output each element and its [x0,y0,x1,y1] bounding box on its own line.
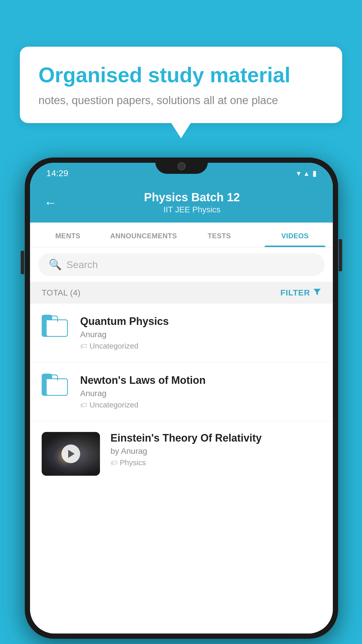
tag-label: Uncategorized [89,342,138,351]
video-title: Newton's Laws of Motion [80,374,321,386]
folder-front [46,319,68,337]
tab-videos[interactable]: VIDEOS [257,223,333,247]
video-tag: 🏷 Uncategorized [80,400,321,410]
tag-label: Physics [120,458,146,467]
total-count: TOTAL (4) [42,288,80,298]
folder-front [46,378,68,396]
tabs-bar: MENTS ANNOUNCEMENTS TESTS VIDEOS [30,223,333,247]
video-author: Anurag [80,330,321,339]
side-button-left [21,251,24,274]
bubble-subtitle: notes, question papers, solutions all at… [38,94,324,107]
back-button[interactable]: ← [44,195,57,210]
batch-title: Physics Batch 12 [65,191,319,204]
video-thumbnail [42,432,100,476]
svg-marker-0 [314,289,321,295]
tag-icon: 🏷 [80,342,87,350]
item-text: Newton's Laws of Motion Anurag 🏷 Uncateg… [80,374,321,410]
filter-label: FILTER [280,288,310,298]
header-row: ← Physics Batch 12 IIT JEE Physics [44,191,319,214]
video-author: Anurag [80,389,321,398]
play-button[interactable] [61,444,80,463]
battery-icon: ▮ [312,169,317,178]
search-container: 🔍 Search [30,247,333,282]
status-icons: ▾ ▴ ▮ [297,169,317,178]
filter-button[interactable]: FILTER [280,288,321,298]
signal-icon: ▴ [305,169,308,178]
video-title: Quantum Physics [80,315,321,328]
header-title-block: Physics Batch 12 IIT JEE Physics [65,191,319,214]
list-item[interactable]: Newton's Laws of Motion Anurag 🏷 Uncateg… [30,363,333,421]
batch-subtitle: IIT JEE Physics [65,205,319,214]
filter-bar: TOTAL (4) FILTER [30,282,333,304]
tag-icon: 🏷 [80,401,87,409]
list-item[interactable]: Einstein's Theory Of Relativity by Anura… [30,421,333,486]
wifi-icon: ▾ [297,169,301,178]
phone-screen: 14:29 ▾ ▴ ▮ ← Physics Batch 12 IIT JEE P… [30,163,333,634]
list-item[interactable]: Quantum Physics Anurag 🏷 Uncategorized [30,304,333,363]
status-time: 14:29 [46,168,68,178]
filter-funnel-icon [313,288,321,296]
search-input[interactable]: Search [66,259,98,270]
folder-icon-wrap [42,375,70,396]
content-list: Quantum Physics Anurag 🏷 Uncategorized [30,304,333,634]
speech-bubble: Organised study material notes, question… [20,47,342,123]
video-title: Einstein's Theory Of Relativity [110,432,321,444]
phone-outer: 14:29 ▾ ▴ ▮ ← Physics Batch 12 IIT JEE P… [25,158,338,639]
play-triangle-icon [68,450,75,458]
item-text: Einstein's Theory Of Relativity by Anura… [110,432,321,467]
phone-wrapper: 14:29 ▾ ▴ ▮ ← Physics Batch 12 IIT JEE P… [25,158,338,639]
tag-icon: 🏷 [110,459,117,467]
app-header: ← Physics Batch 12 IIT JEE Physics [30,184,333,223]
search-icon: 🔍 [49,258,62,271]
side-button-right [339,239,342,271]
tag-label: Uncategorized [89,400,138,410]
folder-icon [42,375,65,396]
video-tag: 🏷 Uncategorized [80,342,321,351]
phone-notch [155,158,208,174]
tab-announcements[interactable]: ANNOUNCEMENTS [106,223,182,247]
search-box[interactable]: 🔍 Search [38,253,325,276]
folder-icon [42,316,65,337]
video-tag: 🏷 Physics [110,458,321,467]
folder-icon-wrap [42,316,70,337]
video-author: by Anurag [110,447,321,456]
phone-camera [178,162,186,170]
tab-tests[interactable]: TESTS [182,223,257,247]
bubble-title: Organised study material [38,63,324,87]
item-text: Quantum Physics Anurag 🏷 Uncategorized [80,315,321,351]
tab-ments[interactable]: MENTS [30,223,106,247]
